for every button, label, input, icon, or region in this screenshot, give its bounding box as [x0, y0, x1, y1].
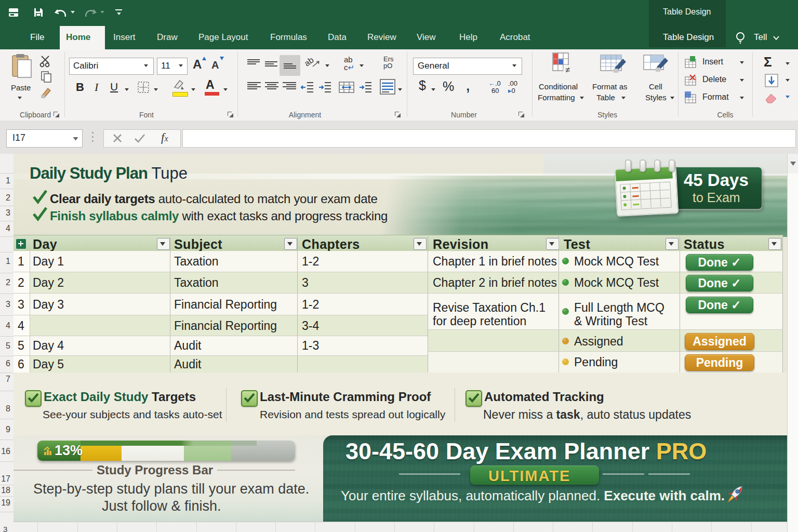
- svg-text:≠: ≠: [566, 65, 570, 74]
